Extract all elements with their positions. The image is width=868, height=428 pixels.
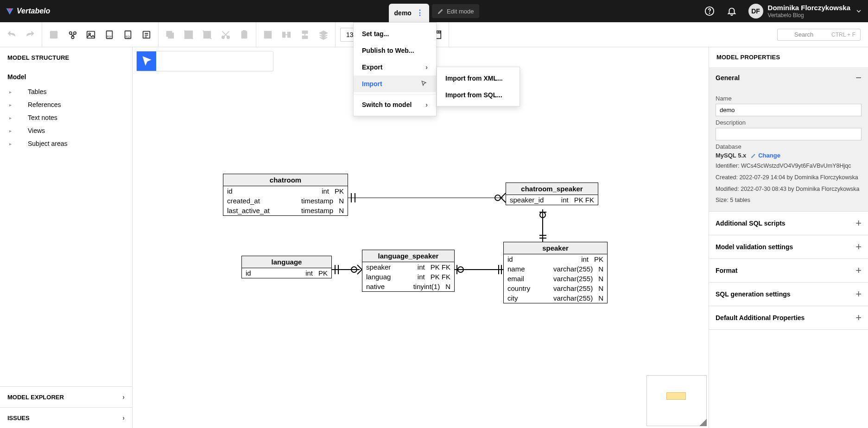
tree-item-views[interactable]: ▸Views	[7, 124, 125, 137]
minimap[interactable]	[646, 375, 707, 426]
notifications-button[interactable]	[726, 6, 737, 17]
svg-rect-18	[189, 31, 192, 34]
pdf-button[interactable]: PDF	[102, 28, 116, 42]
active-tab[interactable]: demo ⋮	[389, 4, 429, 22]
canvas-toolbar	[136, 51, 273, 71]
search-box[interactable]: Search CTRL + F	[777, 29, 861, 41]
svg-line-49	[501, 198, 506, 202]
model-structure-header[interactable]: MODEL STRUCTURE	[0, 47, 132, 68]
svg-rect-43	[260, 57, 267, 65]
search-icon	[782, 31, 790, 38]
minus-icon: −	[855, 72, 862, 84]
share-button[interactable]	[65, 28, 79, 42]
issues-toggle[interactable]: ISSUES ›	[0, 407, 132, 428]
er-table-language[interactable]: language idintPK	[241, 256, 332, 278]
tab-strip: demo ⋮ Edit mode	[389, 0, 480, 22]
minimap-resize-handle[interactable]	[699, 419, 707, 426]
notes-button[interactable]	[139, 28, 153, 42]
plus-icon: +	[855, 288, 862, 300]
rp-general-body: Name Description Database MySQL 5.x Chan…	[709, 88, 868, 211]
svg-text:SQL: SQL	[125, 35, 130, 38]
note-icon	[18, 114, 24, 121]
edit-mode-label: Edit mode	[447, 8, 474, 15]
menu-import[interactable]: Import	[354, 76, 436, 92]
tree-root[interactable]: Model	[7, 73, 125, 81]
menu-set-tag[interactable]: Set tag...	[354, 25, 436, 42]
tree-item-subjectareas[interactable]: ▸Subject areas	[7, 137, 125, 150]
tree-item-textnotes[interactable]: ▸Text notes	[7, 111, 125, 124]
name-label: Name	[716, 95, 862, 102]
image-icon	[86, 30, 96, 40]
er-table-speaker[interactable]: speaker idintPK namevarchar(255)N emailv…	[503, 242, 608, 303]
er-table-chatroom[interactable]: chatroom idintPK created_attimestampN la…	[223, 174, 348, 216]
tree-item-references[interactable]: ▸References	[7, 98, 125, 111]
svg-rect-39	[162, 57, 170, 65]
image-button[interactable]	[84, 28, 98, 42]
remove-button[interactable]	[200, 28, 214, 42]
svg-rect-41	[220, 58, 228, 64]
model-explorer-toggle[interactable]: MODEL EXPLORER ›	[0, 386, 132, 407]
view-tool[interactable]	[215, 51, 234, 71]
remove-all-button[interactable]	[182, 28, 196, 42]
tree-item-tables[interactable]: ▸Tables	[7, 85, 125, 98]
logo[interactable]: Vertabelo	[6, 7, 50, 15]
note-tool[interactable]	[234, 51, 253, 71]
name-input[interactable]	[716, 104, 862, 116]
expand-button[interactable]	[261, 28, 275, 42]
menu-publish[interactable]: Publish to Web...	[354, 42, 436, 59]
plus-icon: +	[855, 264, 862, 277]
rp-default-props[interactable]: Default Additional Properties+	[709, 306, 868, 330]
change-db-link[interactable]: Change	[751, 152, 780, 159]
scissors-icon	[221, 30, 231, 40]
rp-general-toggle[interactable]: General −	[709, 67, 868, 88]
user-menu[interactable]: DF Dominika Florczykowska Vertabelo Blog	[748, 4, 862, 19]
tab-menu-button[interactable]: ⋮	[416, 9, 424, 17]
copy-button[interactable]	[163, 28, 177, 42]
paste-button[interactable]	[237, 28, 251, 42]
rp-sql-gen[interactable]: SQL generation settings+	[709, 283, 868, 306]
db-label: Database	[716, 143, 862, 150]
menu-export[interactable]: Export›	[354, 59, 436, 76]
svg-point-58	[351, 267, 357, 272]
plus-icon: +	[855, 312, 862, 324]
menu-switch-model[interactable]: Switch to model›	[354, 96, 436, 113]
search-placeholder: Search	[794, 31, 813, 38]
chevron-right-icon: ›	[425, 63, 428, 71]
undo-button[interactable]	[5, 28, 19, 42]
svg-line-60	[357, 270, 362, 274]
svg-point-51	[540, 212, 545, 218]
chevron-right-icon: ›	[425, 101, 428, 108]
marquee-tool[interactable]	[156, 51, 176, 71]
edit-mode-indicator[interactable]: Edit mode	[432, 4, 480, 18]
svg-rect-19	[185, 35, 188, 38]
sql-button[interactable]: SQL	[121, 28, 135, 42]
er-table-chatroom-speaker[interactable]: chatroom_speaker speaker_idintPK FK	[506, 183, 598, 205]
menu-import-sql[interactable]: Import from SQL...	[437, 87, 520, 103]
save-button[interactable]	[47, 28, 61, 42]
table-tool[interactable]	[176, 51, 195, 71]
redo-button[interactable]	[23, 28, 37, 42]
align-v-button[interactable]	[298, 28, 312, 42]
rp-sql-scripts[interactable]: Additional SQL scripts+	[709, 212, 868, 235]
select-tool[interactable]	[137, 51, 156, 71]
model-properties-header: MODEL PROPERTIES	[709, 47, 868, 67]
rp-general-section: General − Name Description Database MySQ…	[709, 67, 868, 212]
align-h-button[interactable]	[279, 28, 293, 42]
table-icon	[18, 88, 24, 95]
rp-validation[interactable]: Model validation settings+	[709, 235, 868, 259]
menu-import-xml[interactable]: Import from XML...	[437, 70, 520, 87]
note-icon	[238, 56, 249, 67]
area-icon	[18, 140, 24, 147]
er-header: chatroom_speaker	[506, 183, 598, 195]
layers-button[interactable]	[317, 28, 330, 42]
tree: Model ▸Tables ▸References ▸Text notes ▸V…	[0, 68, 132, 386]
rp-format[interactable]: Format+	[709, 259, 868, 283]
area-tool[interactable]	[253, 51, 273, 71]
cut-button[interactable]	[219, 28, 233, 42]
er-table-language-speaker[interactable]: language_speaker speakerintPK FK languag…	[362, 250, 455, 292]
desc-input[interactable]	[716, 128, 862, 140]
reference-tool[interactable]	[195, 51, 215, 71]
area-icon	[258, 56, 269, 67]
help-button[interactable]	[704, 6, 715, 17]
er-header: chatroom	[223, 174, 348, 186]
